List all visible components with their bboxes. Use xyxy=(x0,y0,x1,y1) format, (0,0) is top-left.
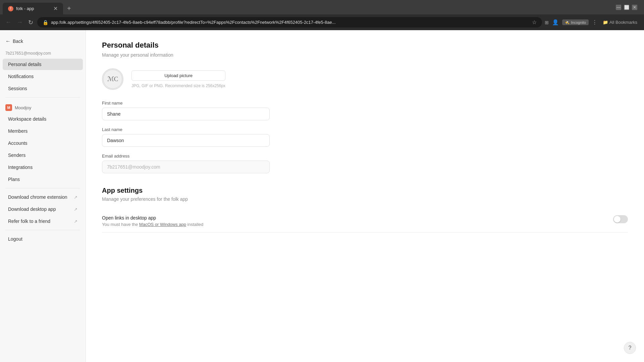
incognito-icon: 🕵 xyxy=(565,20,570,24)
tab-title: folk - app xyxy=(16,6,34,11)
back-label: Back xyxy=(13,39,23,44)
external-link-icon: ↗ xyxy=(74,195,77,200)
sidebar-item-label: Personal details xyxy=(8,62,42,67)
setting-info: Open links in desktop app You must have … xyxy=(102,215,605,227)
star-icon[interactable]: ☆ xyxy=(532,19,537,25)
avatar-section: ℳC Upload picture JPG, GIF or PNG. Recom… xyxy=(102,68,628,90)
sidebar-item-personal-details[interactable]: Personal details xyxy=(3,59,83,70)
sidebar-item-senders[interactable]: Senders xyxy=(3,149,83,161)
sidebar-item-label: Members xyxy=(8,128,28,134)
sidebar-item-label: Senders xyxy=(8,153,25,158)
sidebar-item-notifications[interactable]: Notifications xyxy=(3,71,83,82)
first-name-group: First name xyxy=(102,101,270,120)
app-settings-title: App settings xyxy=(102,187,628,194)
avatar-hint: JPG, GIF or PNG. Recommended size is 256… xyxy=(131,83,225,88)
address-bar-container[interactable]: 🔒 ☆ xyxy=(37,17,542,27)
workspace-section-label: M Moodjoy xyxy=(0,100,86,113)
tab-close-button[interactable]: ✕ xyxy=(53,5,58,12)
active-tab[interactable]: f folk - app ✕ xyxy=(3,3,63,14)
sidebar-item-label: Download desktop app xyxy=(8,206,56,212)
sidebar-item-label: Sessions xyxy=(8,86,27,91)
open-links-toggle[interactable] xyxy=(613,215,628,223)
bookmarks-icon: 📁 xyxy=(603,20,608,25)
sidebar-divider-2 xyxy=(5,188,80,188)
sidebar-item-download-desktop[interactable]: Download desktop app ↗ xyxy=(3,203,83,215)
setting-description: You must have the MacOS or Windows app i… xyxy=(102,222,605,227)
sidebar-item-label: Accounts xyxy=(8,140,28,146)
sidebar-item-integrations[interactable]: Integrations xyxy=(3,162,83,173)
workspace-badge: M xyxy=(5,104,12,111)
sidebar-item-label: Refer folk to a friend xyxy=(8,219,50,224)
first-name-label: First name xyxy=(102,101,270,106)
sidebar-item-accounts[interactable]: Accounts xyxy=(3,137,83,149)
forward-nav-button[interactable]: → xyxy=(15,17,24,27)
minimize-button[interactable]: — xyxy=(616,5,621,10)
workspace-name: Moodjoy xyxy=(15,105,31,110)
app-settings-subtitle: Manage your preferences for the folk app xyxy=(102,196,628,202)
bookmarks-label: All Bookmarks xyxy=(609,20,637,25)
avatar: ℳC xyxy=(102,68,123,90)
bookmarks-area[interactable]: 📁 All Bookmarks xyxy=(600,18,640,26)
last-name-group: Last name xyxy=(102,127,270,147)
main-content: Personal details Manage your personal in… xyxy=(86,30,644,362)
sidebar-divider-3 xyxy=(5,230,80,230)
new-tab-button[interactable]: + xyxy=(64,3,74,14)
sidebar-item-download-chrome[interactable]: Download chrome extension ↗ xyxy=(3,191,83,203)
user-email: 7b217651@moodjoy.com xyxy=(0,50,86,58)
sidebar-item-plans[interactable]: Plans xyxy=(3,174,83,185)
first-name-input[interactable] xyxy=(102,108,270,120)
sidebar-item-members[interactable]: Members xyxy=(3,125,83,137)
toolbar-icons: ⊞ 👤 🕵 Incognito ⋮ xyxy=(545,19,597,25)
email-label: Email address xyxy=(102,154,270,159)
browser-toolbar: ← → ↻ 🔒 ☆ ⊞ 👤 🕵 Incognito ⋮ 📁 All Bookma… xyxy=(0,14,644,30)
sidebar-item-label: Workspace details xyxy=(8,116,46,122)
sidebar-item-workspace-details[interactable]: Workspace details xyxy=(3,113,83,125)
setting-name: Open links in desktop app xyxy=(102,215,605,221)
logout-label: Logout xyxy=(8,236,22,242)
email-group: Email address xyxy=(102,154,270,173)
app-settings-section: App settings Manage your preferences for… xyxy=(102,187,628,233)
menu-icon[interactable]: ⋮ xyxy=(592,19,597,25)
tab-favicon: f xyxy=(8,6,13,11)
browser-chrome: f folk - app ✕ + — ⬜ ✕ ← → ↻ 🔒 ☆ ⊞ 👤 🕵 I… xyxy=(0,0,644,30)
incognito-badge: 🕵 Incognito xyxy=(562,19,589,25)
avatar-actions: Upload picture JPG, GIF or PNG. Recommen… xyxy=(131,70,225,88)
reload-button[interactable]: ↻ xyxy=(27,17,35,27)
extension-icon[interactable]: ⊞ xyxy=(545,20,549,25)
back-arrow-icon: ← xyxy=(5,38,11,44)
sidebar-item-label: Download chrome extension xyxy=(8,194,67,200)
back-button[interactable]: ← Back xyxy=(0,36,86,50)
back-nav-button[interactable]: ← xyxy=(4,17,13,27)
address-bar[interactable] xyxy=(51,20,529,25)
maximize-button[interactable]: ⬜ xyxy=(624,5,629,10)
lock-icon: 🔒 xyxy=(43,20,48,25)
email-input xyxy=(102,161,270,173)
window-controls: — ⬜ ✕ xyxy=(616,5,641,13)
macos-windows-link[interactable]: MacOS or Windows app xyxy=(139,222,186,227)
tab-bar: f folk - app ✕ + — ⬜ ✕ xyxy=(0,0,644,14)
last-name-input[interactable] xyxy=(102,134,270,147)
svg-text:ℳC: ℳC xyxy=(107,75,118,82)
help-button[interactable]: ? xyxy=(624,342,636,354)
upload-picture-button[interactable]: Upload picture xyxy=(131,70,225,81)
app-container: ← Back 7b217651@moodjoy.com Personal det… xyxy=(0,30,644,362)
sidebar-item-label: Notifications xyxy=(8,74,34,79)
sidebar-item-sessions[interactable]: Sessions xyxy=(3,83,83,94)
close-button[interactable]: ✕ xyxy=(632,5,637,10)
last-name-label: Last name xyxy=(102,127,270,132)
profile-icon[interactable]: 👤 xyxy=(552,19,559,25)
sidebar-divider xyxy=(5,97,80,98)
sidebar: ← Back 7b217651@moodjoy.com Personal det… xyxy=(0,30,86,362)
external-link-icon: ↗ xyxy=(74,207,77,212)
sidebar-item-logout[interactable]: Logout xyxy=(3,233,83,245)
avatar-image: ℳC xyxy=(103,68,123,90)
sidebar-item-label: Plans xyxy=(8,177,20,182)
toggle-knob xyxy=(614,216,621,223)
sidebar-item-label: Integrations xyxy=(8,165,33,170)
open-links-setting-row: Open links in desktop app You must have … xyxy=(102,210,628,233)
page-title: Personal details xyxy=(102,41,628,50)
incognito-label: Incognito xyxy=(571,20,586,24)
sidebar-item-refer-friend[interactable]: Refer folk to a friend ↗ xyxy=(3,216,83,227)
external-link-icon: ↗ xyxy=(74,219,77,224)
page-subtitle: Manage your personal information xyxy=(102,52,628,58)
